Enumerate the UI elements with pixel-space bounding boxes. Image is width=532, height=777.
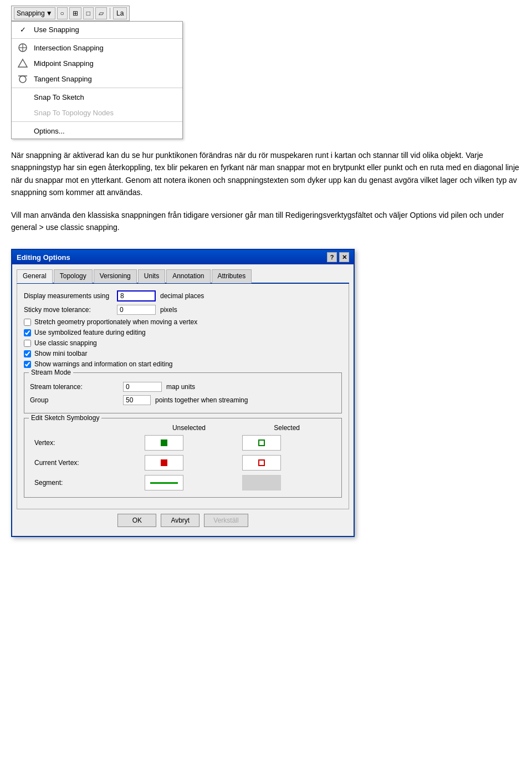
dialog-titlebar: Editing Options ? ✕ [12,250,354,264]
group-input[interactable] [123,395,151,405]
stream-tolerance-row: Stream tolerance: map units [30,382,336,392]
menu-item-use-snapping[interactable]: ✓ Use Snapping [12,22,182,37]
map-units-label: map units [166,383,195,391]
checkbox-warnings: Show warnings and information on start e… [24,360,342,368]
tab-attributes[interactable]: Attributes [212,269,252,283]
stream-tolerance-label: Stream tolerance: [30,383,119,391]
menu-item-tangent-snapping[interactable]: Tangent Snapping [12,71,182,86]
segment-selected-btn [242,475,281,490]
parallelogram-tool-btn[interactable]: ▱ [95,7,107,19]
ok-button[interactable]: OK [117,514,156,527]
checkbox-stretch: Stretch geometry proportionately when mo… [24,318,342,326]
snapping-dropdown[interactable]: Snapping ▼ [14,7,55,19]
dialog-body: General Topology Versioning Units Annota… [12,264,354,536]
segment-unselected-cell [140,473,238,493]
vertex-label: Vertex: [30,433,140,453]
stream-group-row: Group points together when streaming [30,395,336,405]
menu-sep-3 [12,121,182,122]
svg-marker-3 [18,59,27,67]
tab-versioning[interactable]: Versioning [94,269,137,283]
vertex-selected-icon [258,439,265,446]
menu-label-intersection: Intersection Snapping [34,44,104,52]
segment-unselected-icon [150,482,178,484]
close-button[interactable]: ✕ [339,252,349,262]
current-vertex-label: Current Vertex: [30,453,140,473]
check-mark: ✓ [20,25,26,34]
dialog-window: Editing Options ? ✕ General Topology Ver… [11,249,355,537]
current-vertex-selected-icon [258,459,265,466]
vertex-selected-cell [238,433,336,453]
symbolized-label: Use symbolized feature during editing [34,329,146,336]
sym-col-unselected: Unselected [140,423,238,433]
display-measurements-input[interactable] [117,290,156,301]
editing-options-dialog: Editing Options ? ✕ General Topology Ver… [11,249,355,537]
titlebar-buttons: ? ✕ [327,252,349,262]
sym-col-empty [30,423,140,433]
dropdown-arrow: ▼ [46,9,53,17]
tab-units[interactable]: Units [138,269,165,283]
segment-selected-cell [238,473,336,493]
menu-item-midpoint-snapping[interactable]: Midpoint Snapping [12,55,182,71]
apply-button[interactable]: Verkställ [204,514,248,527]
toolbar: Snapping ▼ ○ ⊞ □ ▱ La [11,6,130,21]
dialog-title: Editing Options [17,253,70,262]
stretch-checkbox[interactable] [24,319,31,326]
menu-label-tangent: Tangent Snapping [34,75,92,83]
segment-label: Segment: [30,473,140,493]
tab-topology[interactable]: Topology [54,269,93,283]
tab-annotation[interactable]: Annotation [166,269,210,283]
svg-point-4 [19,76,26,83]
dialog-footer: OK Avbryt Verkställ [17,509,349,531]
snapping-label: Snapping [17,9,45,17]
body-text-2: Vill man använda den klassiska snappning… [11,211,504,232]
mini-toolbar-label: Show mini toolbar [34,350,87,357]
menu-label-snap-topology: Snap To Topology Nodes [34,109,114,117]
vertex-row: Vertex: [30,433,336,453]
menu-item-snap-topology: Snap To Topology Nodes [12,105,182,120]
symbology-table: Unselected Selected Vertex: [30,423,336,493]
body-paragraph-2: Vill man använda den klassiska snappning… [11,209,521,234]
current-vertex-selected-btn[interactable] [242,455,281,471]
grid-tool-btn[interactable]: ⊞ [69,7,81,19]
stretch-label: Stretch geometry proportionately when mo… [34,318,197,326]
warnings-label: Show warnings and information on start e… [34,360,172,368]
check-icon: ✓ [16,25,29,34]
cancel-button[interactable]: Avbryt [161,514,200,527]
menu-item-options[interactable]: Options... [12,123,182,139]
sticky-move-row: Sticky move tolerance: pixels [24,305,342,315]
help-button[interactable]: ? [327,252,337,262]
menu-sep-1 [12,38,182,39]
la-tool-btn[interactable]: La [113,7,127,19]
dialog-tabs: General Topology Versioning Units Annota… [17,269,349,284]
sticky-move-label: Sticky move tolerance: [24,306,112,314]
segment-unselected-btn[interactable] [145,475,183,490]
sticky-move-input[interactable] [117,305,156,315]
vertex-unselected-btn[interactable] [145,435,183,451]
group-label: Group [30,396,119,404]
decimal-places-label: decimal places [160,292,204,300]
square-tool-btn[interactable]: □ [83,7,94,19]
menu-label-options: Options... [34,127,65,135]
mini-toolbar-checkbox[interactable] [24,350,31,357]
symbolized-checkbox[interactable] [24,329,31,336]
vertex-selected-btn[interactable] [242,435,281,451]
current-vertex-unselected-btn[interactable] [145,455,183,471]
body-paragraph-1: När snappning är aktiverad kan du se hur… [11,149,521,199]
menu-label-snap-sketch: Snap To Sketch [34,93,84,101]
menu-item-intersection-snapping[interactable]: Intersection Snapping [12,40,182,55]
current-vertex-unselected-cell [140,453,238,473]
display-measurements-label: Display measurements using [24,292,112,300]
classic-checkbox[interactable] [24,340,31,347]
tab-general[interactable]: General [17,269,53,283]
sym-col-selected: Selected [238,423,336,433]
checkbox-mini-toolbar: Show mini toolbar [24,350,342,357]
circle-tool-btn[interactable]: ○ [57,7,68,19]
tab-content-general: Display measurements using decimal place… [17,284,349,509]
toolbar-separator [110,8,110,19]
midpoint-icon [16,58,29,68]
stream-tolerance-input[interactable] [123,382,162,392]
warnings-checkbox[interactable] [24,361,31,368]
vertex-unselected-cell [140,433,238,453]
body-text-1: När snappning är aktiverad kan du se hur… [11,151,519,197]
menu-item-snap-to-sketch[interactable]: Snap To Sketch [12,89,182,105]
